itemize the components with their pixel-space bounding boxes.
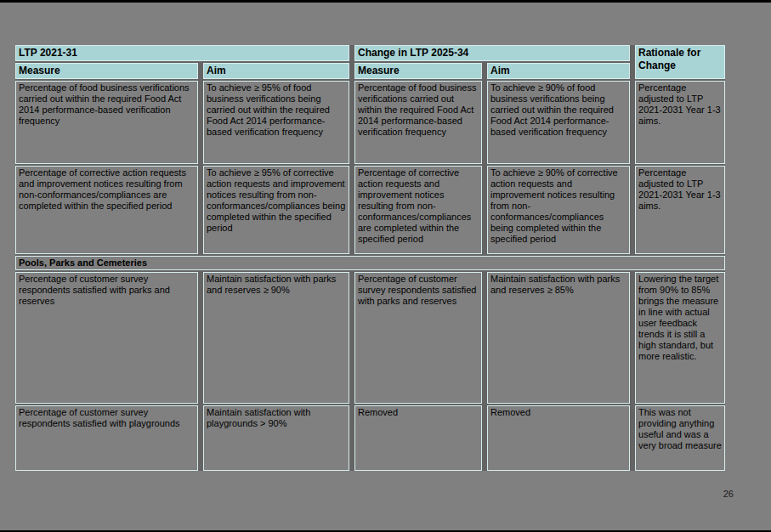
column-header-aim-ltp: Aim xyxy=(203,63,349,79)
cell-rationale: This was not providing anything useful a… xyxy=(635,405,725,471)
top-edge-bar xyxy=(0,0,771,3)
column-header-measure-ltp: Measure xyxy=(15,63,198,79)
cell-ltp-aim: Maintain satisfaction with parks and res… xyxy=(203,272,349,404)
group-header-ltp-2021-31: LTP 2021-31 xyxy=(15,45,349,61)
cell-ltp-aim: To achieve ≥ 95% of food business verifi… xyxy=(203,81,349,164)
cell-ltp-measure: Percentage of customer survey respondent… xyxy=(15,272,198,404)
table-row: Percentage of customer survey respondent… xyxy=(15,405,725,471)
cell-change-measure: Removed xyxy=(354,405,482,471)
cell-change-measure: Percentage of customer survey respondent… xyxy=(354,272,482,404)
performance-measures-table: LTP 2021-31 Change in LTP 2025-34 Ration… xyxy=(15,45,725,471)
cell-change-aim: Maintain satisfaction with parks and res… xyxy=(487,272,630,404)
table-row: Percentage of food business verification… xyxy=(15,81,725,164)
cell-ltp-aim: Maintain satisfaction with playgrounds >… xyxy=(203,405,349,471)
cell-ltp-measure: Percentage of customer survey respondent… xyxy=(15,405,198,471)
cell-rationale: Lowering the target from 90% to 85% brin… xyxy=(635,272,725,404)
cell-rationale: Percentage adjusted to LTP 2021-2031 Yea… xyxy=(635,81,725,164)
column-header-measure-change: Measure xyxy=(354,63,482,79)
section-header-row: Pools, Parks and Cemeteries xyxy=(15,256,725,270)
cell-ltp-measure: Percentage of corrective action requests… xyxy=(15,166,198,254)
group-header-change-ltp-2025-34: Change in LTP 2025-34 xyxy=(354,45,630,61)
page-background: { "page": { "number": "26" }, "colors": … xyxy=(0,0,771,532)
cell-change-measure: Percentage of food business verification… xyxy=(354,81,482,164)
header-rationale-for-change: Rationale for Change xyxy=(635,45,725,79)
page-number: 26 xyxy=(723,489,734,499)
cell-change-aim: Removed xyxy=(487,405,630,471)
cell-rationale: Percentage adjusted to LTP 2021-2031 Yea… xyxy=(635,166,725,254)
cell-change-measure: Percentage of corrective action requests… xyxy=(354,166,482,254)
column-header-aim-change: Aim xyxy=(487,63,630,79)
cell-ltp-aim: To achieve ≥ 95% of corrective action re… xyxy=(203,166,349,254)
cell-change-aim: To achieve ≥ 90% of corrective action re… xyxy=(487,166,630,254)
measures-table: LTP 2021-31 Change in LTP 2025-34 Ration… xyxy=(15,45,725,471)
cell-ltp-measure: Percentage of food business verification… xyxy=(15,81,198,164)
section-header-pools-parks-cemeteries: Pools, Parks and Cemeteries xyxy=(15,256,725,270)
table-row: Percentage of corrective action requests… xyxy=(15,166,725,254)
table-row: Percentage of customer survey respondent… xyxy=(15,272,725,404)
cell-change-aim: To achieve ≥ 90% of food business verifi… xyxy=(487,81,630,164)
